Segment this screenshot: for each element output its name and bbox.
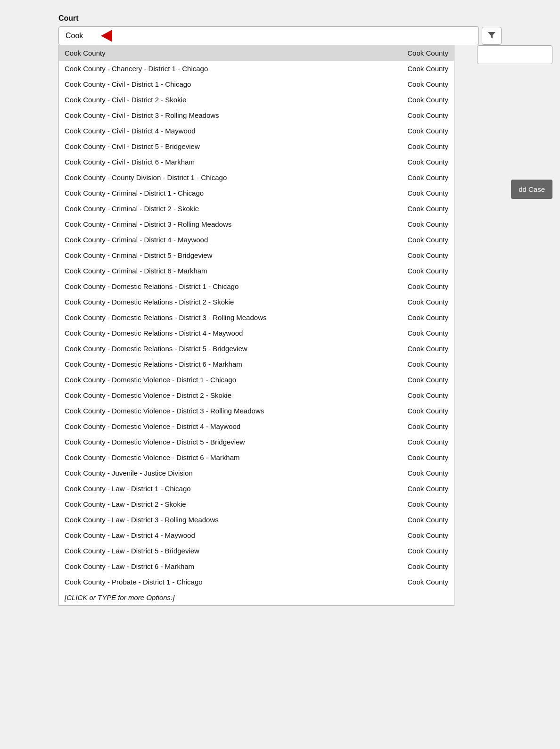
county-name-cell: Cook County (403, 329, 448, 337)
county-name-cell: Cook County (403, 111, 448, 119)
court-name-cell: Cook County - Law - District 4 - Maywood (65, 531, 403, 539)
court-name-cell: Cook County - Civil - District 1 - Chica… (65, 80, 403, 88)
search-input-wrapper (58, 26, 479, 45)
court-label: Court (58, 14, 502, 23)
county-name-cell: Cook County (403, 96, 448, 104)
list-item[interactable]: Cook County - Domestic Violence - Distri… (59, 419, 454, 434)
court-name-cell: Cook County - Criminal - District 6 - Ma… (65, 267, 403, 275)
county-name-cell: Cook County (403, 500, 448, 508)
county-name-cell: Cook County (403, 251, 448, 259)
county-name-cell: Cook County (403, 142, 448, 150)
list-item[interactable]: Cook County - County Division - District… (59, 170, 454, 185)
court-name-cell: Cook County - Criminal - District 1 - Ch… (65, 189, 403, 197)
list-item[interactable]: Cook County - Domestic Violence - Distri… (59, 450, 454, 465)
county-name-cell: Cook County (403, 376, 448, 384)
list-item[interactable]: Cook County - Law - District 4 - Maywood… (59, 527, 454, 543)
court-name-cell: Cook County (65, 49, 403, 57)
county-name-cell: Cook County (403, 127, 448, 135)
court-name-cell: Cook County - Civil - District 4 - Maywo… (65, 127, 403, 135)
court-name-cell: Cook County - Domestic Relations - Distr… (65, 360, 403, 368)
court-name-cell: Cook County - Domestic Violence - Distri… (65, 438, 403, 446)
list-item[interactable]: Cook County - Law - District 5 - Bridgev… (59, 543, 454, 559)
list-item[interactable]: Cook County - Chancery - District 1 - Ch… (59, 61, 454, 76)
list-item[interactable]: Cook County - Domestic Relations - Distr… (59, 279, 454, 294)
list-item[interactable]: Cook County - Domestic Relations - Distr… (59, 325, 454, 341)
list-item[interactable]: Cook County - Domestic Violence - Distri… (59, 372, 454, 387)
court-name-cell: Cook County - Domestic Relations - Distr… (65, 282, 403, 290)
county-name-cell: Cook County (403, 49, 448, 57)
right-input[interactable] (477, 45, 552, 64)
court-name-cell: Cook County - Probate - District 1 - Chi… (65, 578, 403, 586)
county-name-cell: Cook County (403, 531, 448, 539)
court-name-cell: Cook County - Civil - District 5 - Bridg… (65, 142, 403, 150)
court-name-cell: Cook County - Law - District 3 - Rolling… (65, 516, 403, 524)
page-container: Court Cook CountyCook CountyCook County … (58, 14, 502, 606)
court-name-cell: Cook County - Criminal - District 3 - Ro… (65, 220, 403, 228)
list-item[interactable]: Cook County - Criminal - District 6 - Ma… (59, 263, 454, 279)
court-name-cell: Cook County - Domestic Relations - Distr… (65, 329, 403, 337)
list-item[interactable]: Cook County - Domestic Relations - Distr… (59, 356, 454, 372)
list-item[interactable]: Cook County - Domestic Violence - Distri… (59, 387, 454, 403)
county-name-cell: Cook County (403, 236, 448, 244)
list-item[interactable]: Cook County - Domestic Relations - Distr… (59, 341, 454, 356)
court-name-cell: Cook County - Law - District 6 - Markham (65, 562, 403, 570)
list-item[interactable]: Cook County - Domestic Relations - Distr… (59, 294, 454, 310)
county-name-cell: Cook County (403, 547, 448, 555)
list-item[interactable]: Cook CountyCook County (59, 45, 454, 61)
list-item[interactable]: Cook County - Civil - District 3 - Rolli… (59, 107, 454, 123)
county-name-cell: Cook County (403, 282, 448, 290)
court-name-cell: Cook County - Criminal - District 5 - Br… (65, 251, 403, 259)
list-item[interactable]: Cook County - Law - District 6 - Markham… (59, 559, 454, 574)
list-item[interactable]: Cook County - Domestic Violence - Distri… (59, 434, 454, 450)
list-item[interactable]: Cook County - Law - District 1 - Chicago… (59, 481, 454, 496)
list-item[interactable]: Cook County - Criminal - District 5 - Br… (59, 247, 454, 263)
county-name-cell: Cook County (403, 173, 448, 181)
dropdown-footer: [CLICK or TYPE for more Options.] (59, 590, 454, 605)
county-name-cell: Cook County (403, 313, 448, 321)
list-item[interactable]: Cook County - Civil - District 6 - Markh… (59, 154, 454, 170)
list-item[interactable]: Cook County - Criminal - District 4 - Ma… (59, 232, 454, 247)
county-name-cell: Cook County (403, 516, 448, 524)
county-name-cell: Cook County (403, 391, 448, 399)
dropdown-list: Cook CountyCook CountyCook County - Chan… (58, 45, 454, 606)
court-name-cell: Cook County - Juvenile - Justice Divisio… (65, 469, 403, 477)
dropdown-container: Cook CountyCook CountyCook County - Chan… (58, 45, 502, 606)
svg-marker-0 (488, 32, 495, 38)
county-name-cell: Cook County (403, 80, 448, 88)
county-name-cell: Cook County (403, 267, 448, 275)
list-item[interactable]: Cook County - Domestic Violence - Distri… (59, 403, 454, 419)
list-item[interactable]: Cook County - Probate - District 1 - Chi… (59, 574, 454, 590)
list-item[interactable]: Cook County - Criminal - District 3 - Ro… (59, 216, 454, 232)
add-case-button-wrapper: dd Case (511, 180, 552, 199)
county-name-cell: Cook County (403, 205, 448, 213)
county-name-cell: Cook County (403, 453, 448, 461)
list-item[interactable]: Cook County - Juvenile - Justice Divisio… (59, 465, 454, 481)
county-name-cell: Cook County (403, 562, 448, 570)
search-row (58, 26, 502, 45)
court-name-cell: Cook County - Chancery - District 1 - Ch… (65, 65, 403, 73)
list-item[interactable]: Cook County - Law - District 2 - SkokieC… (59, 496, 454, 512)
list-item[interactable]: Cook County - Law - District 3 - Rolling… (59, 512, 454, 527)
list-item[interactable]: Cook County - Criminal - District 2 - Sk… (59, 201, 454, 216)
court-name-cell: Cook County - Domestic Relations - Distr… (65, 313, 403, 321)
add-case-button[interactable]: dd Case (511, 180, 552, 199)
list-item[interactable]: Cook County - Criminal - District 1 - Ch… (59, 185, 454, 201)
court-search-input[interactable] (58, 26, 479, 45)
list-item[interactable]: Cook County - Domestic Relations - Distr… (59, 310, 454, 325)
court-name-cell: Cook County - County Division - District… (65, 173, 403, 181)
court-name-cell: Cook County - Civil - District 6 - Markh… (65, 158, 403, 166)
court-name-cell: Cook County - Civil - District 2 - Skoki… (65, 96, 403, 104)
county-name-cell: Cook County (403, 407, 448, 415)
court-name-cell: Cook County - Law - District 5 - Bridgev… (65, 547, 403, 555)
court-name-cell: Cook County - Domestic Violence - Distri… (65, 391, 403, 399)
court-name-cell: Cook County - Law - District 2 - Skokie (65, 500, 403, 508)
list-item[interactable]: Cook County - Civil - District 5 - Bridg… (59, 139, 454, 154)
court-name-cell: Cook County - Domestic Relations - Distr… (65, 345, 403, 353)
list-item[interactable]: Cook County - Civil - District 2 - Skoki… (59, 92, 454, 107)
court-name-cell: Cook County - Domestic Violence - Distri… (65, 407, 403, 415)
list-item[interactable]: Cook County - Civil - District 4 - Maywo… (59, 123, 454, 139)
filter-button[interactable] (482, 27, 502, 45)
county-name-cell: Cook County (403, 65, 448, 73)
county-name-cell: Cook County (403, 189, 448, 197)
list-item[interactable]: Cook County - Civil - District 1 - Chica… (59, 76, 454, 92)
